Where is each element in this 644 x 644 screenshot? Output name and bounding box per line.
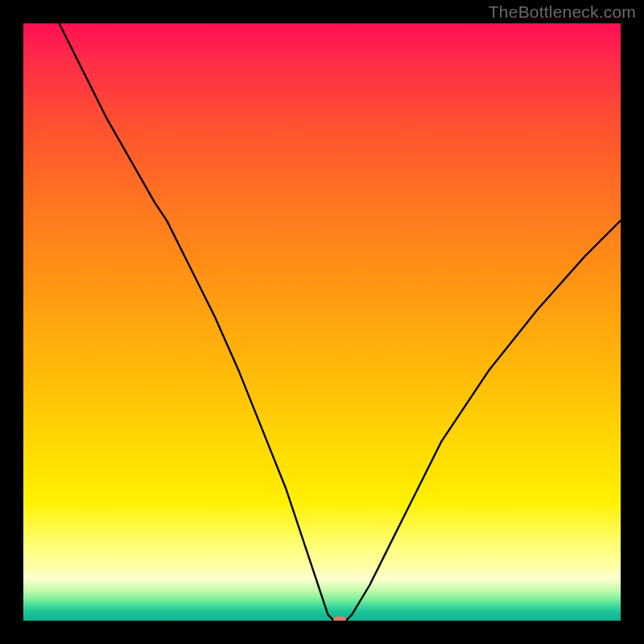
bottleneck-curve xyxy=(23,23,621,621)
minimum-marker xyxy=(333,617,346,621)
chart-frame: TheBottleneck.com xyxy=(0,0,644,644)
watermark-label: TheBottleneck.com xyxy=(489,2,636,22)
plot-area xyxy=(23,23,621,621)
